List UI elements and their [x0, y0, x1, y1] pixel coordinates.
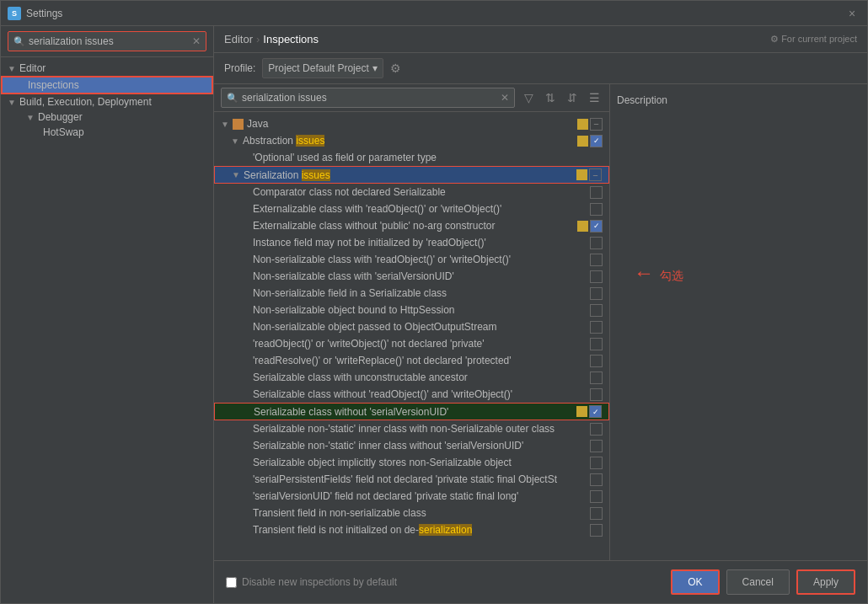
- breadcrumb-current: Inspections: [263, 33, 319, 45]
- right-panel: Editor › Inspections ⚙ For current proje…: [214, 26, 867, 603]
- cb-ext2[interactable]: [590, 220, 603, 233]
- description-header: Description: [617, 91, 860, 110]
- expand-arrow: ▼: [231, 136, 239, 146]
- sidebar-item-build[interactable]: ▼ Build, Execution, Deployment: [1, 94, 213, 110]
- sidebar-search-clear-icon[interactable]: ✕: [192, 35, 201, 47]
- apply-button[interactable]: Apply: [796, 569, 855, 595]
- cb-nonstatic2[interactable]: [590, 440, 603, 452]
- sidebar-item-label: HotSwap: [43, 126, 84, 138]
- cb-nonstatic1[interactable]: [590, 423, 603, 436]
- sidebar-item-inspections[interactable]: Inspections: [1, 76, 213, 94]
- cb-serial-persist[interactable]: [590, 473, 603, 486]
- cb-ext1[interactable]: [590, 203, 603, 216]
- inspections-tree-container: ▼ Java ▼ Abstraction issu: [214, 112, 609, 560]
- inspections-search-clear-icon[interactable]: ✕: [501, 92, 509, 104]
- inspections-list: 🔍 ✕ ▽ ⇅ ⇵ ☰ ▼: [214, 84, 610, 560]
- app-icon: S: [8, 7, 21, 20]
- cb-http[interactable]: [590, 304, 603, 317]
- cb-implicit[interactable]: [590, 457, 603, 469]
- cb-instance[interactable]: [590, 237, 603, 249]
- insp-item-unconstr[interactable]: Serializable class with unconstructable …: [214, 369, 609, 386]
- optional-label: 'Optional' used as field or parameter ty…: [253, 152, 603, 163]
- insp-item-noreadwrite[interactable]: Serializable class without 'readObject()…: [214, 386, 609, 403]
- expand-arrow: ▼: [8, 64, 16, 73]
- cb-transient2[interactable]: [590, 524, 603, 537]
- cb-unconstr[interactable]: [590, 371, 603, 384]
- insp-item-serial-uid[interactable]: Serializable class without 'serialVersio…: [214, 403, 609, 420]
- close-button[interactable]: ×: [844, 5, 860, 22]
- insp-item-nonstatic2[interactable]: Serializable non-'static' inner class wi…: [214, 437, 609, 454]
- insp-item-oos[interactable]: Non-serializable object passed to Object…: [214, 318, 609, 335]
- cb-oos[interactable]: [590, 321, 603, 334]
- cb-serial-uid[interactable]: [589, 405, 602, 418]
- inspections-search-input[interactable]: [242, 92, 501, 104]
- serialization-checkbox[interactable]: [589, 168, 602, 181]
- insp-item-instance[interactable]: Instance field may not be initialized by…: [214, 234, 609, 251]
- bottom-buttons: OK Cancel Apply: [671, 569, 855, 595]
- inspections-search-box: 🔍 ✕: [221, 88, 515, 108]
- insp-item-ext2[interactable]: Externalizable class without 'public' no…: [214, 217, 609, 234]
- cb-transient1[interactable]: [590, 507, 603, 520]
- cb-noreadwrite[interactable]: [590, 388, 603, 401]
- profile-select[interactable]: Project Default Project ▾: [262, 58, 383, 78]
- annotation-area: ← 勾选: [634, 261, 860, 285]
- bottom-bar: Disable new inspections by default OK Ca…: [214, 560, 867, 603]
- abstraction-color-box: [577, 136, 588, 147]
- insp-item-transient2[interactable]: Transient field is not initialized on de…: [214, 521, 609, 538]
- insp-item-readobj[interactable]: 'readObject()' or 'writeObject()' not de…: [214, 335, 609, 352]
- insp-item-transient1[interactable]: Transient field in non-serializable clas…: [214, 505, 609, 521]
- filter-icon[interactable]: ▽: [520, 89, 537, 106]
- abstraction-checkbox[interactable]: [590, 135, 603, 147]
- insp-item-nonser1[interactable]: Non-serializable class with 'readObject(…: [214, 251, 609, 268]
- sidebar-item-hotswap[interactable]: HotSwap: [1, 125, 213, 140]
- cb-nonser3[interactable]: [590, 287, 603, 300]
- insp-item-comparator[interactable]: Comparator class not declared Serializab…: [214, 184, 609, 200]
- java-checkbox[interactable]: [590, 118, 603, 131]
- insp-item-ext1[interactable]: Externalizable class with 'readObject()'…: [214, 200, 609, 217]
- insp-item-readresolve[interactable]: 'readResolve()' or 'writeReplace()' not …: [214, 352, 609, 369]
- sidebar: 🔍 ✕ ▼ Editor Inspections ▼ Build: [1, 26, 214, 603]
- sidebar-item-editor[interactable]: ▼ Editor: [1, 61, 213, 76]
- ok-button[interactable]: OK: [671, 569, 719, 595]
- cb-comparator[interactable]: [590, 186, 603, 199]
- insp-item-nonser2[interactable]: Non-serializable class with 'serialVersi…: [214, 268, 609, 285]
- sidebar-item-label: Editor: [19, 62, 46, 74]
- right-header: Editor › Inspections ⚙ For current proje…: [214, 26, 867, 53]
- sidebar-item-label: Debugger: [38, 111, 83, 123]
- insp-item-http[interactable]: Non-serializable object bound to HttpSes…: [214, 302, 609, 318]
- gear-icon[interactable]: ⚙: [390, 61, 401, 75]
- insp-item-svuid[interactable]: 'serialVersionUID' field not declared 'p…: [214, 488, 609, 505]
- expand-arrow: ▼: [232, 170, 240, 179]
- cb-nonser1[interactable]: [590, 254, 603, 266]
- settings-window: S Settings × 🔍 ✕ ▼ Editor In: [0, 0, 868, 604]
- cb-readobj[interactable]: [590, 338, 603, 350]
- serialization-label: Serialization issues: [244, 169, 576, 181]
- breadcrumb-editor: Editor: [224, 33, 253, 45]
- abstraction-label: Abstraction issues: [243, 135, 577, 147]
- search-icon: 🔍: [13, 36, 25, 47]
- java-color-box: [577, 119, 588, 130]
- insp-item-implicit[interactable]: Serializable object implicitly stores no…: [214, 454, 609, 471]
- cb-svuid[interactable]: [590, 490, 603, 503]
- serialization-group[interactable]: ▼ Serialization issues: [214, 166, 609, 184]
- cb-readresolve[interactable]: [590, 355, 603, 367]
- insp-item-nonser3[interactable]: Non-serializable field in a Serializable…: [214, 285, 609, 302]
- sidebar-search-input[interactable]: [29, 35, 192, 47]
- sidebar-item-debugger[interactable]: ▼ Debugger: [1, 110, 213, 125]
- cancel-button[interactable]: Cancel: [726, 569, 790, 595]
- sidebar-item-label: Build, Execution, Deployment: [19, 96, 152, 108]
- annotation-arrow-icon: ←: [634, 261, 654, 284]
- abstraction-group[interactable]: ▼ Abstraction issues: [214, 132, 609, 149]
- java-group[interactable]: ▼ Java: [214, 115, 609, 132]
- insp-item-serial-persist[interactable]: 'serialPersistentFields' field not decla…: [214, 471, 609, 488]
- expand-all-icon[interactable]: ⇅: [542, 89, 559, 106]
- ext2-color: [577, 221, 588, 232]
- collapse-all-icon[interactable]: ⇵: [564, 89, 581, 106]
- list-view-icon[interactable]: ☰: [586, 89, 603, 106]
- cb-nonser2[interactable]: [590, 270, 603, 283]
- expand-arrow: ▼: [8, 98, 16, 107]
- optional-item[interactable]: 'Optional' used as field or parameter ty…: [214, 149, 609, 166]
- disable-new-inspections-checkbox[interactable]: [226, 577, 237, 588]
- disable-label: Disable new inspections by default: [242, 576, 397, 588]
- insp-item-nonstatic1[interactable]: Serializable non-'static' inner class wi…: [214, 420, 609, 437]
